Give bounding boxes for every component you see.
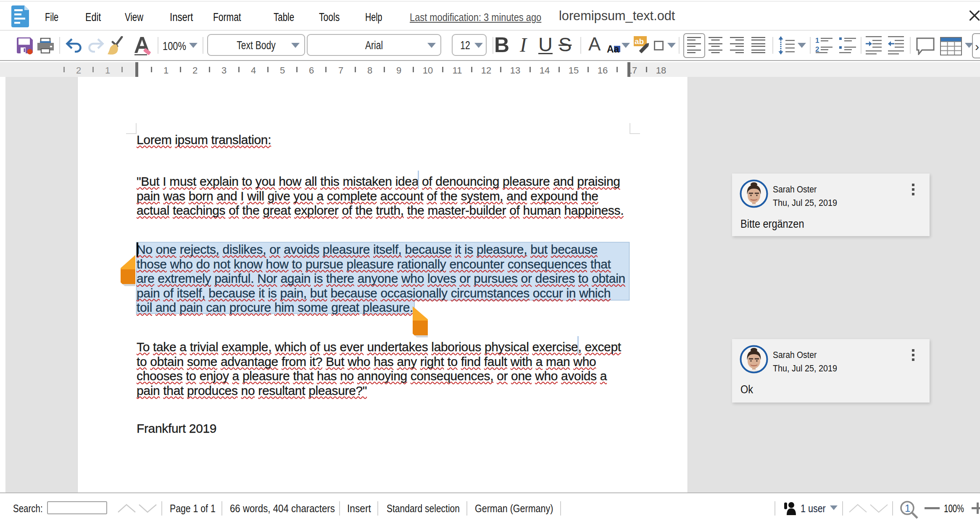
- svg-text:1: 1: [905, 503, 910, 514]
- svg-text:1: 1: [815, 37, 819, 45]
- svg-text:ab: ab: [635, 37, 644, 46]
